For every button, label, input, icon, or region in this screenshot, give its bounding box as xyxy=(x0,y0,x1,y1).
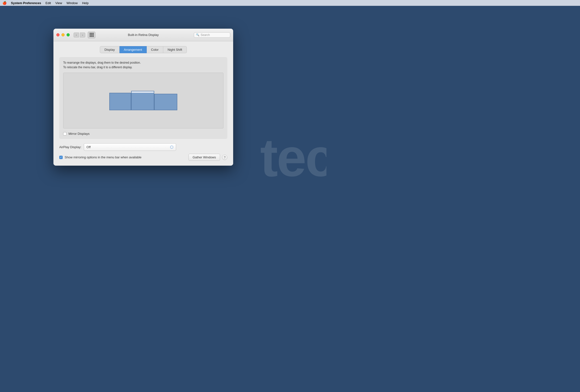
bottom-row: ✓ Show mirroring options in the menu bar… xyxy=(59,154,227,161)
minimize-button[interactable] xyxy=(61,33,65,36)
select-arrow-icon: ⬡ xyxy=(170,145,173,149)
gather-windows-button[interactable]: Gather Windows xyxy=(188,154,220,161)
airplay-label: AirPlay Display: xyxy=(59,145,81,149)
arrangement-panel: To rearrange the displays, drag them to … xyxy=(59,57,227,139)
system-preferences-window: ‹ › Built-in Retina Display 🔍 Search Dis… xyxy=(53,29,233,166)
back-button[interactable]: ‹ xyxy=(74,32,79,37)
search-icon: 🔍 xyxy=(196,33,199,36)
menu-window[interactable]: Window xyxy=(67,1,78,5)
tab-display[interactable]: Display xyxy=(100,46,120,53)
menu-view[interactable]: View xyxy=(55,1,62,5)
background-text: tec xyxy=(260,127,326,188)
menubar: 🍎 System Preferences Edit View Window He… xyxy=(0,0,326,6)
mirror-row: Mirror Displays xyxy=(63,132,223,135)
maximize-button[interactable] xyxy=(67,33,70,36)
show-mirroring-label: Show mirroring options in the menu bar w… xyxy=(65,155,142,159)
apple-menu[interactable]: 🍎 xyxy=(2,1,6,5)
grid-view-button[interactable] xyxy=(88,32,95,38)
airplay-row: AirPlay Display: Off ⬡ xyxy=(59,143,227,151)
tab-color[interactable]: Color xyxy=(147,46,163,53)
show-mirroring-checkbox[interactable]: ✓ xyxy=(59,156,63,159)
window-content: Display Arrangement Color Night Shift To… xyxy=(53,41,233,166)
tab-arrangement[interactable]: Arrangement xyxy=(120,46,147,53)
display-right[interactable] xyxy=(154,94,177,110)
close-button[interactable] xyxy=(56,33,59,36)
display-left[interactable] xyxy=(109,93,131,110)
forward-button[interactable]: › xyxy=(80,32,85,37)
tab-night-shift[interactable]: Night Shift xyxy=(163,46,187,53)
menu-system-preferences[interactable]: System Preferences xyxy=(11,1,41,5)
tab-bar: Display Arrangement Color Night Shift xyxy=(59,46,227,53)
mirror-displays-label: Mirror Displays xyxy=(68,132,90,135)
window-title: Built-in Retina Display xyxy=(128,33,158,37)
airplay-select[interactable]: Off ⬡ xyxy=(84,143,176,151)
search-box[interactable]: 🔍 Search xyxy=(194,32,230,38)
mirroring-option-row: ✓ Show mirroring options in the menu bar… xyxy=(59,155,142,159)
airplay-value: Off xyxy=(86,145,91,149)
grid-icon xyxy=(90,33,94,37)
menu-help[interactable]: Help xyxy=(82,1,89,5)
traffic-lights xyxy=(56,33,70,36)
search-placeholder: Search xyxy=(201,33,210,37)
nav-buttons: ‹ › xyxy=(74,32,85,37)
displays-group xyxy=(109,91,177,110)
display-canvas xyxy=(63,73,223,129)
menu-edit[interactable]: Edit xyxy=(45,1,51,5)
instruction-text: To rearrange the displays, drag them to … xyxy=(63,60,223,70)
bottom-buttons: Gather Windows ? xyxy=(188,154,227,161)
display-center[interactable] xyxy=(131,91,154,110)
mirror-displays-checkbox[interactable] xyxy=(63,132,67,135)
titlebar: ‹ › Built-in Retina Display 🔍 Search xyxy=(53,29,233,41)
help-button[interactable]: ? xyxy=(222,155,227,160)
